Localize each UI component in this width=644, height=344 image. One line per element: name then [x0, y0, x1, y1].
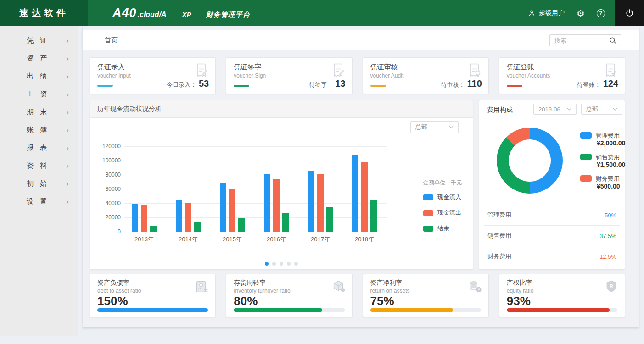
sidebar-item-label: 初 始 [27, 179, 49, 188]
sidebar-item-label: 设 置 [27, 197, 49, 206]
expense-branch-select[interactable]: 总部 [581, 104, 622, 115]
logout-button[interactable] [615, 0, 644, 26]
sidebar-item-initial[interactable]: 初 始› [0, 175, 78, 193]
ratio-card-4: 产权比率equity ratio93%R [499, 274, 625, 317]
gridline [124, 189, 387, 189]
main-content: 首页 凭证录入voucher Input今日录入：53凭证签字voucher S… [83, 26, 639, 327]
expense-title: 费用构成 [487, 106, 513, 114]
expense-row-label: 销售费用 [487, 232, 511, 240]
ratio-subtitle: debt to asset ratio [97, 288, 141, 294]
stat-card-2[interactable]: 凭证签字voucher Sign待签字：13 [226, 57, 352, 94]
stat-metric-value: 53 [199, 78, 209, 89]
help-button[interactable]: ? [597, 9, 605, 17]
voucher-post-icon [603, 62, 619, 80]
x-axis-line [124, 232, 387, 232]
bar-2-1 [141, 205, 147, 232]
ratio-title: 产权比率 [507, 279, 532, 287]
svg-text:¥: ¥ [477, 287, 480, 292]
carousel-dot[interactable] [294, 262, 298, 266]
ratio-value: 150% [97, 294, 128, 308]
carousel-dot[interactable] [280, 262, 283, 266]
sidebar-item-period-end[interactable]: 期 末› [0, 103, 78, 121]
stat-metric-label: 待签字： [309, 81, 333, 89]
breadcrumb-bar: 首页 [83, 30, 639, 50]
y-axis-tick: 80000 [95, 171, 121, 178]
bar-1-4 [264, 174, 270, 232]
ratio-subtitle: equity ratio [507, 288, 534, 294]
sidebar-item-cashier[interactable]: 出 纳› [0, 67, 78, 85]
sidebar-item-account-books[interactable]: 账 簿› [0, 121, 78, 139]
settings-button[interactable]: ⚙ [577, 9, 585, 18]
chevron-right-icon: › [66, 55, 69, 62]
svg-text:R: R [610, 284, 613, 289]
bar-1-6 [352, 155, 358, 232]
sidebar-item-voucher[interactable]: 凭 证› [0, 32, 78, 50]
stat-card-title: 凭证录入 [97, 63, 125, 72]
sidebar-item-settings[interactable]: 设 置› [0, 193, 78, 211]
sidebar-item-payroll[interactable]: 工 资› [0, 85, 78, 103]
expense-row-label: 管理费用 [487, 211, 511, 219]
bar-3-5 [326, 207, 333, 232]
bar-2-5 [317, 174, 324, 232]
legend-entry: 现金流出 [423, 209, 462, 217]
expense-branch-select-value: 总部 [586, 105, 613, 113]
user-menu[interactable]: 超级用户 [528, 9, 565, 17]
stat-card-1[interactable]: 凭证录入voucher Input今日录入：53 [90, 57, 216, 94]
ratio-value: 93% [507, 294, 531, 308]
sidebar-item-base-data[interactable]: 资 料› [0, 157, 78, 175]
expense-legend-label: 财务费用 [596, 175, 620, 183]
stat-metric-value: 110 [467, 78, 482, 89]
search-icon[interactable] [609, 37, 617, 44]
voucher-audit-icon [466, 62, 483, 80]
bar-2-2 [185, 203, 191, 232]
breadcrumb[interactable]: 首页 [105, 36, 118, 44]
voucher-sign-icon [330, 62, 347, 80]
ratio-subtitle: return on assets [370, 288, 410, 294]
ratio-card-3: 资产净利率return on assets75%¥ [363, 274, 489, 317]
y-axis-tick: 120000 [95, 143, 121, 150]
gridline [124, 175, 387, 175]
expense-legend-swatch [580, 175, 592, 182]
help-icon: ? [597, 9, 605, 17]
stat-card-3[interactable]: 凭证审核voucher Audit待审核：110 [363, 57, 489, 94]
x-axis-label: 2017年 [302, 235, 339, 244]
carousel-dot[interactable] [272, 262, 276, 266]
stat-card-subtitle: voucher Input [97, 72, 131, 79]
stat-metric-label: 待审核： [441, 81, 465, 89]
gridline [124, 217, 387, 218]
app-logo[interactable]: 速达软件 [0, 0, 88, 26]
gridline [124, 161, 387, 161]
stat-card-4[interactable]: 凭证登账voucher Accounts待登账：124 [499, 57, 625, 94]
stat-accent-dash [234, 85, 249, 87]
ratio-progress-track [234, 308, 344, 312]
search-box [549, 34, 621, 46]
ratio-title: 资产负债率 [97, 279, 129, 287]
x-axis-label: 2014年 [170, 235, 207, 244]
legend-swatch [423, 226, 433, 232]
branch-select[interactable]: 总部 [410, 121, 459, 133]
stat-card-title: 凭证审核 [370, 63, 398, 72]
sidebar-item-reports[interactable]: 报 表› [0, 139, 78, 157]
bar-2-6 [361, 162, 368, 232]
ratio-title: 资产净利率 [370, 279, 403, 287]
carousel-dot[interactable] [287, 262, 291, 266]
chevron-right-icon: › [66, 162, 69, 170]
x-axis-label: 2013年 [126, 235, 162, 244]
expense-legend-label: 销售费用 [596, 153, 620, 161]
period-select[interactable]: 2019-06 [533, 104, 577, 115]
carousel-dot[interactable] [265, 262, 269, 266]
stat-card-metric: 待审核：110 [441, 78, 482, 89]
ratio-value: 75% [370, 294, 394, 308]
sidebar-item-asset[interactable]: 资 产› [0, 50, 78, 67]
legend-swatch [423, 210, 433, 216]
chevron-right-icon: › [66, 37, 69, 44]
expense-legend-swatch [580, 154, 592, 160]
legend-entry: 结余 [423, 224, 462, 233]
ratio-progress-fill [234, 308, 322, 312]
stat-card-title: 凭证签字 [234, 63, 261, 72]
sidebar-item-label: 工 资 [27, 90, 49, 99]
expense-row: 管理费用50% [484, 205, 620, 225]
chevron-right-icon: › [66, 72, 69, 80]
chevron-down-icon [567, 108, 571, 111]
header-actions: 超级用户 ⚙ ? [528, 0, 644, 26]
